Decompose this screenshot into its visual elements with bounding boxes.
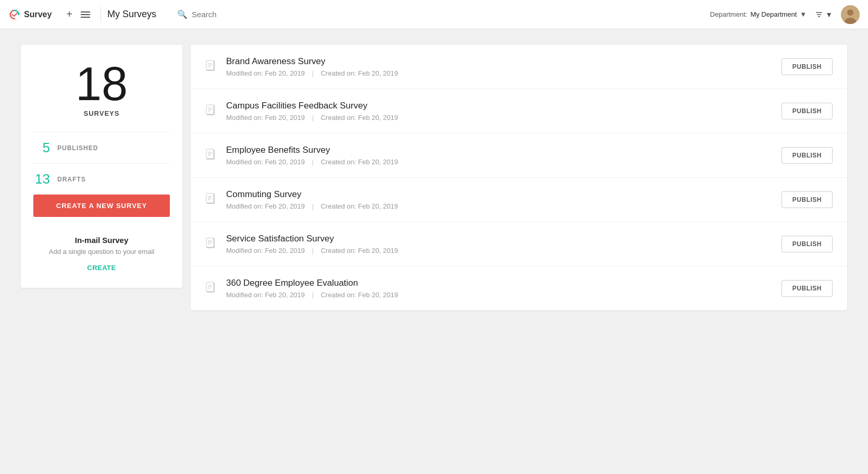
page-title: My Surveys <box>107 9 156 20</box>
survey-list-item: Brand Awareness Survey Modified on: Feb … <box>191 45 847 89</box>
survey-created-date: Created on: Feb 20, 2019 <box>321 158 398 166</box>
avatar-image <box>841 5 860 24</box>
app-name: Survey <box>24 10 52 19</box>
create-new-survey-button[interactable]: CREATE A NEW SURVEY <box>33 195 170 217</box>
main-content: 18 SURVEYS 5 PUBLISHED 13 DRAFTS CREATE … <box>0 29 868 474</box>
survey-name: Campus Facilities Feedback Survey <box>226 101 773 111</box>
menu-button[interactable] <box>77 9 94 20</box>
logo-icon <box>8 8 21 21</box>
publish-button[interactable]: PUBLISH <box>782 58 833 75</box>
survey-list-item: Employee Benefits Survey Modified on: Fe… <box>191 133 847 178</box>
publish-button[interactable]: PUBLISH <box>782 103 833 119</box>
drafts-count: 13 <box>33 171 50 187</box>
survey-meta: Modified on: Feb 20, 2019 | Created on: … <box>226 69 773 77</box>
filter-button[interactable]: ▼ <box>815 10 833 19</box>
drafts-label: DRAFTS <box>57 176 86 183</box>
department-area: Department: My Department ▼ <box>710 10 807 18</box>
survey-created-date: Created on: Feb 20, 2019 <box>321 291 398 299</box>
survey-list-item: 360 Degree Employee Evaluation Modified … <box>191 266 847 310</box>
department-name: My Department <box>750 10 797 18</box>
survey-info: 360 Degree Employee Evaluation Modified … <box>226 278 773 299</box>
survey-modified-date: Modified on: Feb 20, 2019 <box>226 158 305 166</box>
survey-name: 360 Degree Employee Evaluation <box>226 278 773 288</box>
publish-button[interactable]: PUBLISH <box>782 236 833 252</box>
search-area: 🔍 <box>177 9 438 19</box>
survey-modified-date: Modified on: Feb 20, 2019 <box>226 114 305 121</box>
publish-button[interactable]: PUBLISH <box>782 280 833 297</box>
top-bar: Survey + My Surveys 🔍 Department: My Dep… <box>0 0 868 29</box>
survey-info: Brand Awareness Survey Modified on: Feb … <box>226 56 773 77</box>
survey-doc-icon <box>205 237 218 251</box>
meta-separator: | <box>312 291 314 299</box>
published-label: PUBLISHED <box>57 144 98 152</box>
inmail-title: In-mail Survey <box>49 236 154 245</box>
survey-meta: Modified on: Feb 20, 2019 | Created on: … <box>226 291 773 299</box>
logo-area: Survey <box>8 8 52 21</box>
inmail-desc: Add a single question to your email <box>49 248 154 256</box>
survey-meta: Modified on: Feb 20, 2019 | Created on: … <box>226 158 773 166</box>
published-count: 5 <box>33 140 50 156</box>
survey-info: Campus Facilities Feedback Survey Modifi… <box>226 101 773 121</box>
survey-name: Commuting Survey <box>226 189 773 200</box>
nav-divider <box>101 7 101 22</box>
published-stat-row: 5 PUBLISHED <box>33 132 170 163</box>
survey-info: Employee Benefits Survey Modified on: Fe… <box>226 145 773 166</box>
add-button[interactable]: + <box>62 6 77 22</box>
survey-doc-icon <box>205 193 218 207</box>
meta-separator: | <box>312 69 314 77</box>
survey-doc-icon <box>205 60 218 74</box>
meta-separator: | <box>312 247 314 254</box>
sidebar-card: 18 SURVEYS 5 PUBLISHED 13 DRAFTS CREATE … <box>21 45 182 288</box>
chevron-down-icon: ▼ <box>800 10 807 18</box>
survey-list: Brand Awareness Survey Modified on: Feb … <box>191 45 847 310</box>
survey-doc-icon <box>205 282 218 296</box>
surveys-label: SURVEYS <box>84 110 120 117</box>
survey-modified-date: Modified on: Feb 20, 2019 <box>226 247 305 254</box>
department-label: Department: <box>710 10 748 18</box>
survey-name: Service Satisfaction Survey <box>226 234 773 244</box>
survey-doc-icon <box>205 104 218 118</box>
survey-list-item: Service Satisfaction Survey Modified on:… <box>191 222 847 266</box>
publish-button[interactable]: PUBLISH <box>782 191 833 208</box>
survey-meta: Modified on: Feb 20, 2019 | Created on: … <box>226 247 773 254</box>
survey-name: Brand Awareness Survey <box>226 56 773 67</box>
survey-meta: Modified on: Feb 20, 2019 | Created on: … <box>226 202 773 210</box>
survey-created-date: Created on: Feb 20, 2019 <box>321 69 398 77</box>
inmail-create-button[interactable]: CREATE <box>87 264 116 272</box>
filter-dropdown-arrow: ▼ <box>825 10 833 19</box>
survey-list-item: Campus Facilities Feedback Survey Modifi… <box>191 89 847 133</box>
survey-info: Commuting Survey Modified on: Feb 20, 20… <box>226 189 773 210</box>
search-input[interactable] <box>192 10 438 19</box>
meta-separator: | <box>312 158 314 166</box>
survey-modified-date: Modified on: Feb 20, 2019 <box>226 291 305 299</box>
avatar[interactable] <box>841 5 860 24</box>
search-icon: 🔍 <box>177 9 188 19</box>
meta-separator: | <box>312 202 314 210</box>
survey-meta: Modified on: Feb 20, 2019 | Created on: … <box>226 114 773 121</box>
survey-modified-date: Modified on: Feb 20, 2019 <box>226 202 305 210</box>
survey-total-count: 18 <box>76 60 128 107</box>
survey-doc-icon <box>205 149 218 163</box>
drafts-stat-row: 13 DRAFTS <box>33 163 170 195</box>
survey-created-date: Created on: Feb 20, 2019 <box>321 247 398 254</box>
survey-name: Employee Benefits Survey <box>226 145 773 155</box>
meta-separator: | <box>312 114 314 121</box>
svg-point-5 <box>847 9 853 16</box>
survey-created-date: Created on: Feb 20, 2019 <box>321 202 398 210</box>
survey-info: Service Satisfaction Survey Modified on:… <box>226 234 773 254</box>
survey-modified-date: Modified on: Feb 20, 2019 <box>226 69 305 77</box>
publish-button[interactable]: PUBLISH <box>782 147 833 164</box>
inmail-section: In-mail Survey Add a single question to … <box>49 232 154 272</box>
survey-created-date: Created on: Feb 20, 2019 <box>321 114 398 121</box>
survey-list-item: Commuting Survey Modified on: Feb 20, 20… <box>191 178 847 222</box>
filter-icon <box>815 10 823 19</box>
